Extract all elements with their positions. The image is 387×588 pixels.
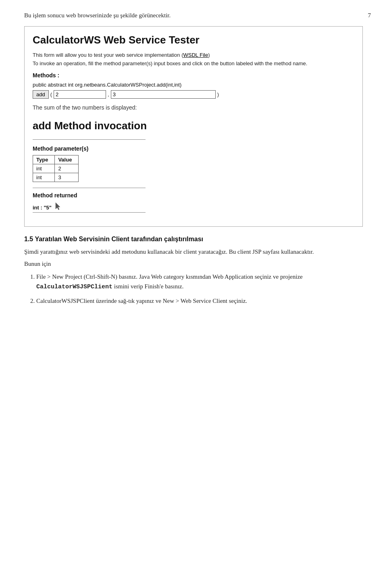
return-colon: : [39,205,44,211]
return-type: int [33,205,39,211]
tester-desc1-post: ) [208,52,210,58]
section-para1: Şimdi yarattığınız web servisindeki add … [24,247,363,257]
col-type: Type [33,155,55,164]
method-returned-label: Method returned [33,192,354,199]
tester-desc2: To invoke an operation, fill the method … [33,60,354,66]
wsdl-file-link[interactable]: WSDL File [183,52,208,58]
method-invocation-title: add Method invocation [33,120,354,132]
sum-text: The sum of the two numbers is displayed: [33,104,354,111]
section-number: 1.5 [24,236,33,242]
list-item-1: File > New Project (Ctrl-Shift-N) basını… [36,272,363,292]
list2-text: CalculatorWSJSPClient üzerinde sağ-tık y… [36,298,247,304]
list1-text1: File > New Project (Ctrl-Shift-N) basını… [36,273,137,280]
page-number: 7 [368,12,371,19]
add-button[interactable]: add [33,90,49,99]
methods-label: Methods : [33,72,354,79]
list1-text2: Java Web category kısmından Web Applicat… [139,273,303,280]
section-title: 1.5 Yaratılan Web Servisinin Client tara… [24,236,363,243]
tester-box: CalculatorWS Web Service Tester This for… [24,26,363,227]
tester-desc1: This form will allow you to test your we… [33,52,354,58]
method-invoke-row: add ( , ) [33,90,354,99]
method-signature: public abstract int org.netbeans.Calcula… [33,82,354,88]
method-params-label: Method parameter(s) [33,145,354,152]
divider-3 [33,212,146,213]
col-value: Value [55,155,79,164]
return-val: "5" [44,205,52,211]
list1-mono: CalculatorWSJSPClient [36,284,112,290]
tester-title: CalculatorWS Web Service Tester [33,34,354,46]
row2-value: 3 [55,173,79,182]
param2-input[interactable] [111,90,216,99]
cursor-icon [54,202,60,211]
divider-2 [33,188,146,188]
list1-text3: ismini verip Finish'e basınız. [112,283,183,290]
svg-marker-0 [56,203,60,210]
row2-type: int [33,173,55,182]
main-list: File > New Project (Ctrl-Shift-N) basını… [36,272,363,306]
table-row: int 2 [33,164,79,173]
table-row: int 3 [33,173,79,182]
paren-close: ) [217,91,219,97]
list-item-2: CalculatorWSJSPClient üzerinde sağ-tık y… [36,296,363,306]
section-para2-pre: Bunun için [24,259,363,269]
paren-open: ( [50,91,52,97]
row1-type: int [33,164,55,173]
divider-1 [33,139,146,140]
param1-input[interactable] [54,90,106,99]
row1-value: 2 [55,164,79,173]
params-table: Type Value int 2 int 3 [33,155,79,182]
section-title-label: Yaratılan Web Servisinin Client tarafınd… [35,236,203,242]
return-value-row: int : "5" [33,202,354,211]
section-1-5: 1.5 Yaratılan Web Servisinin Client tara… [24,236,363,306]
tester-desc1-pre: This form will allow you to test your we… [33,52,183,58]
intro-text: Bu işlem sonucu web browserinizde şu şek… [24,12,363,19]
comma: , [108,91,109,97]
